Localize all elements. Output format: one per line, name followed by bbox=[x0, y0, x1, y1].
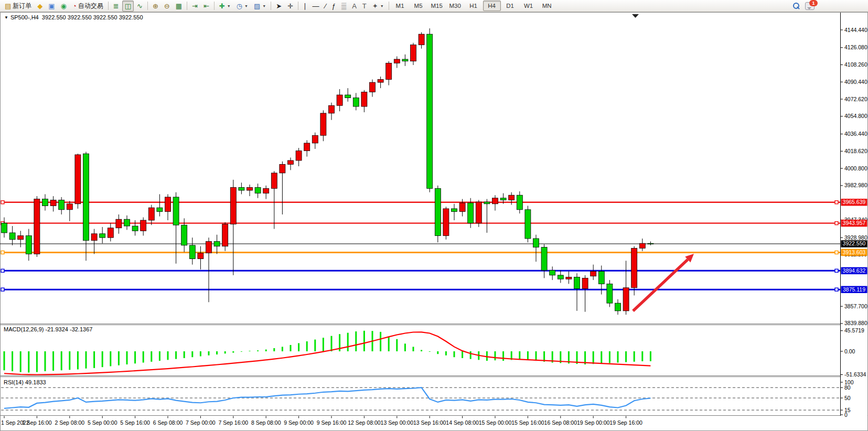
candle-body bbox=[67, 204, 72, 210]
price-line-label: 3894.632 bbox=[843, 267, 866, 274]
autotrading-button[interactable]: ◔自动交易 bbox=[70, 1, 106, 12]
autotrade-chart-icon: ◔ bbox=[72, 3, 77, 9]
auto-scroll-button[interactable]: ⇥ bbox=[189, 1, 200, 12]
candle-body bbox=[631, 248, 637, 287]
timeframe-m30-button[interactable]: M30 bbox=[446, 1, 464, 11]
candle-body bbox=[296, 151, 302, 160]
timeframe-w1-button[interactable]: W1 bbox=[520, 1, 538, 11]
timeframe-h4-button[interactable]: H4 bbox=[483, 1, 501, 11]
broadcast-icon: ◉ bbox=[61, 3, 67, 9]
zoom-out-button[interactable]: ⊖ bbox=[162, 1, 173, 12]
price-line-label: 3965.639 bbox=[843, 199, 866, 205]
timeframe-mn-button[interactable]: MN bbox=[538, 1, 556, 11]
price-line-label: 3913.603 bbox=[843, 249, 866, 255]
candle-body bbox=[320, 113, 326, 135]
macd-scale-label: 45.5719 bbox=[844, 327, 864, 333]
indicators-button[interactable]: ✚▼ bbox=[217, 1, 233, 12]
notifications-icon[interactable]: 1 bbox=[805, 2, 815, 10]
fibonacci-icon: ▒ bbox=[341, 3, 346, 9]
main-toolbar: ▤新订单◆▣◉◔自动交易≣◫∿⊕⊖▦⇥⇤✚▼◷▼▨▼➤✛∣—∕ƒ▒AT✦▼M1M… bbox=[0, 0, 868, 12]
cursor-button[interactable]: ➤ bbox=[273, 1, 284, 12]
dropdown-arrow-icon: ▼ bbox=[380, 4, 384, 8]
horizontal-line-button[interactable]: — bbox=[310, 1, 322, 12]
time-tick-label: 15 Sep 16:00 bbox=[511, 419, 544, 426]
notification-badge: 1 bbox=[809, 0, 818, 6]
candle-body bbox=[582, 278, 588, 288]
toolbar-separator bbox=[108, 2, 109, 10]
line-chart-button[interactable]: ∿ bbox=[134, 1, 145, 12]
tile-windows-button[interactable]: ▦ bbox=[173, 1, 185, 12]
line-right-handle bbox=[835, 201, 838, 204]
candle-body bbox=[18, 235, 24, 239]
timeframe-d1-button[interactable]: D1 bbox=[501, 1, 519, 11]
equidistant-channel-button[interactable]: ƒ bbox=[329, 1, 338, 12]
candle-body bbox=[108, 228, 113, 238]
time-tick-label: 7 Sep 00:00 bbox=[186, 419, 216, 426]
candle-chart-button[interactable]: ◫ bbox=[122, 1, 134, 12]
signals-button[interactable]: ◉ bbox=[58, 1, 69, 12]
periods-button[interactable]: ◷▼ bbox=[234, 1, 251, 12]
candle-body bbox=[353, 98, 359, 107]
text-button[interactable]: A bbox=[349, 1, 359, 12]
community-button[interactable]: ▣ bbox=[46, 1, 57, 12]
current-price-label: 3922.550 bbox=[843, 240, 866, 246]
monitors-icon: ▣ bbox=[48, 3, 55, 9]
candle-body bbox=[173, 197, 179, 225]
cursor-icon: ➤ bbox=[276, 3, 282, 9]
candle-body bbox=[639, 243, 645, 248]
price-tick-label: 3839.880 bbox=[844, 320, 867, 326]
chart-shift-button[interactable]: ⇤ bbox=[201, 1, 212, 12]
toolbar-separator bbox=[187, 2, 187, 10]
autotrading-label: 自动交易 bbox=[78, 2, 103, 10]
time-tick-label: 7 Sep 16:00 bbox=[218, 419, 248, 426]
zoom-out-icon: ⊖ bbox=[164, 3, 170, 9]
mql5-button[interactable]: ◆ bbox=[35, 1, 45, 12]
timeframe-m15-button[interactable]: M15 bbox=[428, 1, 446, 11]
candle-body bbox=[263, 188, 269, 193]
price-tick-label: 4054.800 bbox=[844, 113, 867, 119]
crosshair-icon: ✛ bbox=[287, 3, 293, 9]
zoom-in-button[interactable]: ⊕ bbox=[150, 1, 161, 12]
candle-body bbox=[598, 271, 604, 284]
price-tick-label: 4126.080 bbox=[844, 44, 867, 50]
time-tick-label: 8 Sep 08:00 bbox=[251, 419, 281, 426]
time-tick-label: 19 Sep 00:00 bbox=[577, 419, 610, 426]
tile-windows-icon: ▦ bbox=[176, 3, 182, 9]
candle-body bbox=[452, 209, 457, 212]
fibonacci-button[interactable]: ▒ bbox=[339, 1, 349, 12]
time-tick-label: 12 Sep 08:00 bbox=[348, 419, 381, 426]
candle-body bbox=[271, 173, 277, 188]
trendline-icon: ∕ bbox=[325, 3, 326, 9]
search-icon[interactable] bbox=[792, 2, 800, 9]
line-left-handle bbox=[1, 269, 4, 272]
time-tick-label: 1 Sep 16:00 bbox=[22, 419, 52, 426]
candle-body bbox=[370, 82, 376, 92]
toolbar-separator bbox=[147, 2, 148, 10]
vertical-line-button[interactable]: ∣ bbox=[301, 1, 309, 12]
price-tick-label: 4036.440 bbox=[844, 131, 867, 137]
time-tick-label: 13 Sep 00:00 bbox=[381, 419, 414, 426]
timeframe-m5-button[interactable]: M5 bbox=[410, 1, 427, 11]
timeframe-h1-button[interactable]: H1 bbox=[465, 1, 483, 11]
templates-button[interactable]: ▨▼ bbox=[251, 1, 269, 12]
shapes-button[interactable]: ✦▼ bbox=[370, 1, 387, 12]
rsi-scale-label: 0 bbox=[844, 412, 848, 418]
trendline-button[interactable]: ∕ bbox=[323, 1, 329, 12]
candle-body bbox=[443, 209, 449, 235]
candle-body bbox=[132, 226, 138, 231]
candle-body bbox=[476, 202, 481, 223]
price-scale: 4144.4404126.0804108.2604090.4404072.620… bbox=[841, 13, 868, 418]
shapes-icon: ✦ bbox=[372, 3, 378, 9]
text-label-button[interactable]: T bbox=[360, 1, 369, 12]
bar-chart-button[interactable]: ≣ bbox=[111, 1, 122, 12]
price-tick-label: 3928.980 bbox=[844, 234, 867, 241]
new-order-button[interactable]: ▤新订单 bbox=[2, 1, 34, 12]
chart-ohlc-values: 3922.550 3922.550 3922.550 3922.550 bbox=[42, 14, 143, 20]
toolbar-right: 1 bbox=[792, 2, 866, 10]
candle-body bbox=[591, 271, 596, 276]
timeframe-m1-button[interactable]: M1 bbox=[391, 1, 409, 11]
candle-body bbox=[157, 208, 163, 211]
mt4-terminal: { "toolbar": { "buttons": [ {"id":"new-o… bbox=[0, 0, 868, 431]
crosshair-button[interactable]: ✛ bbox=[285, 1, 296, 12]
chart-canvas[interactable]: 4144.4404126.0804108.2604090.4404072.620… bbox=[0, 0, 868, 431]
